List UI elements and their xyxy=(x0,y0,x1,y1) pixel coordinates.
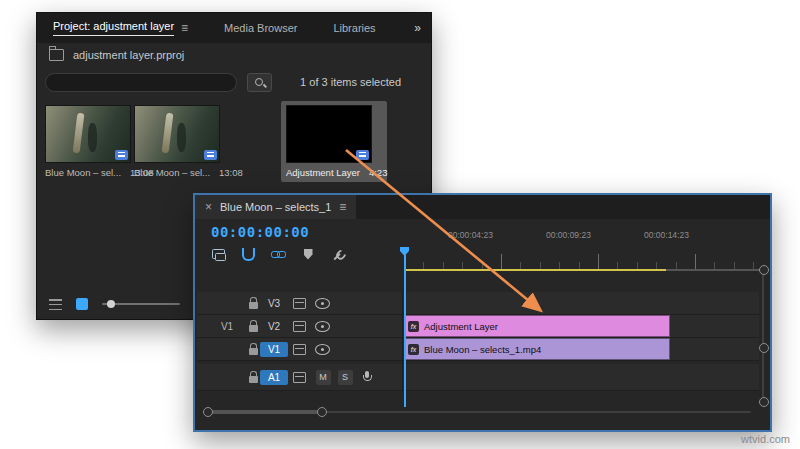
source-patch-v1[interactable]: V1 xyxy=(213,315,241,337)
clip-label: Blue Moon – selects_1.mp4 xyxy=(424,344,541,355)
playhead-timecode[interactable]: 00:00:00:00 xyxy=(211,224,309,240)
track-lock-icon[interactable] xyxy=(245,292,261,314)
track-lock-icon[interactable] xyxy=(245,338,261,360)
tab-overflow-chevron-icon[interactable]: » xyxy=(414,21,421,35)
timeline-tab[interactable]: × Blue Moon – selects_1 ≡ xyxy=(195,195,356,219)
mute-button[interactable]: M xyxy=(315,364,331,390)
track-lock-icon[interactable] xyxy=(245,315,261,337)
item-caption: Blue Moon – sel... 13:08 xyxy=(45,167,133,178)
playhead-line xyxy=(404,255,406,407)
tab-media-browser[interactable]: Media Browser xyxy=(224,22,297,34)
close-icon[interactable]: × xyxy=(205,201,212,213)
track-row-a1: A1 M S xyxy=(197,364,759,391)
linked-selection-icon[interactable] xyxy=(270,246,286,262)
item-caption: Blue Moon – sel... 13:08 xyxy=(134,167,222,178)
snap-magnet-icon[interactable] xyxy=(240,246,256,262)
subclip-badge-icon xyxy=(204,150,217,160)
track-lock-icon[interactable] xyxy=(245,364,261,390)
tab-project[interactable]: Project: adjustment layer ≡ xyxy=(53,20,188,36)
timeline-clip-blue-moon[interactable]: fx Blue Moon – selects_1.mp4 xyxy=(404,338,670,360)
zoom-handle-left[interactable] xyxy=(203,407,213,417)
fx-badge: fx xyxy=(408,321,419,332)
tab-libraries[interactable]: Libraries xyxy=(333,22,375,34)
zoom-handle-right[interactable] xyxy=(317,407,327,417)
slider-knob[interactable] xyxy=(107,300,115,308)
timeline-panel: × Blue Moon – selects_1 ≡ 00:00:00:00 00… xyxy=(193,193,772,432)
track-name-label: A1 xyxy=(260,370,288,385)
timeline-tab-bar: × Blue Moon – selects_1 ≡ xyxy=(195,195,770,219)
clip-thumbnail xyxy=(134,105,220,163)
track-name-label: V1 xyxy=(260,342,288,357)
track-name-v2[interactable]: V2 xyxy=(261,315,287,337)
track-name-v3[interactable]: V3 xyxy=(261,292,287,314)
project-item-blue-moon-1[interactable]: Blue Moon – sel... 13:08 xyxy=(45,105,133,178)
vertical-zoom-handle-bottom[interactable] xyxy=(759,397,769,407)
track-name-label: V3 xyxy=(260,296,288,311)
timeline-clip-adjustment-layer[interactable]: fx Adjustment Layer xyxy=(404,315,670,337)
item-duration: 13:08 xyxy=(219,167,243,178)
sync-lock-icon[interactable] xyxy=(291,364,307,390)
selection-status: 1 of 3 items selected xyxy=(300,76,401,88)
track-name-label: V2 xyxy=(260,319,288,334)
timeline-tab-label: Blue Moon – selects_1 xyxy=(220,201,331,213)
vertical-zoom-handle-mid[interactable] xyxy=(759,343,769,353)
search-icon xyxy=(254,77,265,89)
track-output-eye-icon[interactable] xyxy=(313,292,331,314)
panel-menu-icon[interactable]: ≡ xyxy=(181,22,188,34)
track-output-eye-icon[interactable] xyxy=(313,338,331,360)
solo-label: S xyxy=(338,370,353,385)
item-label: Blue Moon – sel... xyxy=(134,167,210,178)
track-name-v1[interactable]: V1 xyxy=(261,338,287,360)
time-ruler[interactable] xyxy=(404,243,760,269)
track-name-a1[interactable]: A1 xyxy=(261,364,287,390)
fx-badge: fx xyxy=(408,344,419,355)
sync-lock-icon[interactable] xyxy=(291,338,307,360)
bin-folder-icon[interactable] xyxy=(49,49,64,61)
breadcrumb-label: adjustment layer.prproj xyxy=(73,49,184,61)
project-item-blue-moon-2[interactable]: Blue Moon – sel... 13:08 xyxy=(134,105,222,178)
list-view-icon[interactable] xyxy=(49,299,62,310)
icon-view-icon[interactable] xyxy=(76,298,88,310)
sync-lock-icon[interactable] xyxy=(291,292,307,314)
breadcrumb: adjustment layer.prproj xyxy=(49,49,184,61)
tab-project-label: Project: adjustment layer xyxy=(53,20,174,36)
sync-lock-icon[interactable] xyxy=(291,315,307,337)
adjustment-layer-thumbnail xyxy=(286,105,372,163)
ruler-label: 00:00:04:23 xyxy=(448,230,493,240)
track-header-divider xyxy=(402,292,403,391)
thumbnail-zoom-slider[interactable] xyxy=(102,303,180,305)
solo-button[interactable]: S xyxy=(337,364,353,390)
ruler-label: 00:00:09:23 xyxy=(546,230,591,240)
horizontal-scrollbar-thumb[interactable] xyxy=(209,410,321,414)
item-label: Adjustment Layer xyxy=(286,167,360,178)
panel-menu-icon[interactable]: ≡ xyxy=(339,201,346,213)
track-output-eye-icon[interactable] xyxy=(313,315,331,337)
add-marker-icon[interactable] xyxy=(300,246,316,262)
vertical-scrollbar[interactable] xyxy=(762,267,764,403)
nest-toggle-icon[interactable] xyxy=(210,246,226,262)
search-input[interactable] xyxy=(45,73,237,92)
watermark: wtvid.com xyxy=(741,433,790,445)
item-duration: 4:23 xyxy=(369,167,388,178)
find-button[interactable] xyxy=(247,73,272,92)
clip-label: Adjustment Layer xyxy=(424,321,498,332)
clip-thumbnail xyxy=(45,105,131,163)
work-area-bar-rest xyxy=(666,269,760,271)
mute-label: M xyxy=(316,370,331,385)
vertical-zoom-handle-top[interactable] xyxy=(759,265,769,275)
work-area-bar xyxy=(404,269,666,271)
ruler-label: 00:00:14:23 xyxy=(644,230,689,240)
settings-wrench-icon[interactable] xyxy=(330,246,346,262)
track-row-v3: V3 xyxy=(197,292,759,315)
project-items-grid: Blue Moon – sel... 13:08 Blue Moon – sel… xyxy=(37,101,431,201)
project-tab-bar: Project: adjustment layer ≡ Media Browse… xyxy=(37,13,431,43)
timeline-toolbar xyxy=(210,245,346,263)
item-caption: Adjustment Layer 4:23 xyxy=(286,167,382,178)
item-label: Blue Moon – sel... xyxy=(45,167,121,178)
voiceover-mic-icon[interactable] xyxy=(359,364,375,390)
subclip-badge-icon xyxy=(356,150,369,160)
project-item-adjustment-layer[interactable]: Adjustment Layer 4:23 xyxy=(281,101,387,182)
subclip-badge-icon xyxy=(115,150,128,160)
